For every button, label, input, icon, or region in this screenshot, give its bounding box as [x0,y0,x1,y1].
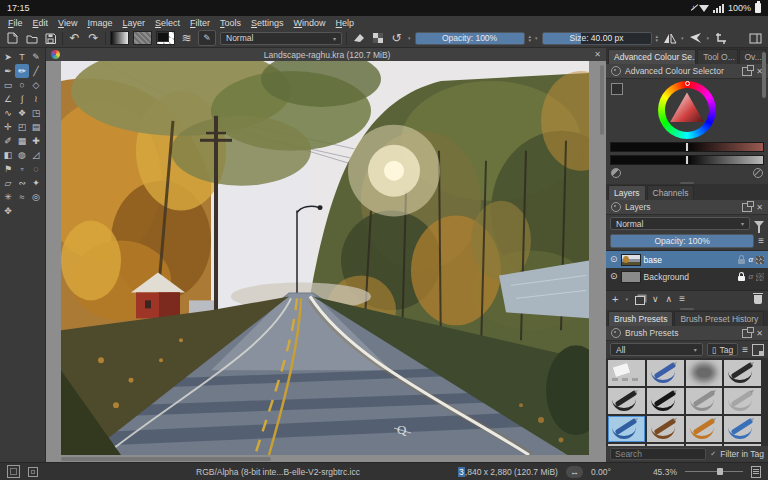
transform-tool[interactable]: ◳ [29,106,43,120]
canvas-title-bar[interactable]: Landscape-raghu.kra (120.7 MiB) ✕ [46,48,606,62]
gradient-swatch[interactable] [110,31,129,45]
tab-layers[interactable]: Layers [608,185,646,200]
similar-select-tool[interactable]: ✦ [29,176,43,190]
brush-preset-ink-pen-blue[interactable] [647,360,684,386]
layer-properties-button[interactable]: ≡ [679,294,685,304]
color-slider-2[interactable] [610,155,764,165]
color-history-icon[interactable] [611,168,621,178]
brush-preset-brush-brown[interactable] [647,416,684,442]
tab-brush-preset-history[interactable]: Brush Preset History [674,311,764,326]
pan-tool[interactable]: ✥ [1,204,15,218]
brush-preset-brush-dark-brown[interactable] [686,444,723,446]
crop-tool[interactable]: ◰ [15,120,29,134]
menu-tools[interactable]: Tools [215,18,246,28]
measure-tool[interactable]: ◿ [29,148,43,162]
move-layer-up-button[interactable]: ∧ [666,294,673,304]
polygon-tool[interactable]: ◇ [29,78,43,92]
close-icon[interactable]: ✕ [756,329,763,338]
save-icon[interactable] [43,31,58,45]
rect-select-tool[interactable]: ▫ [15,162,29,176]
brush-settings-icon[interactable]: ≋ [179,31,194,45]
pattern-swatch[interactable] [133,31,152,45]
redo-icon[interactable]: ↷ [86,31,101,45]
visibility-eye-icon[interactable]: ⊙ [610,255,618,264]
layer-thumbnail[interactable] [621,254,641,266]
menu-window[interactable]: Window [289,18,331,28]
brush-preset-airbrush-soft[interactable] [686,360,723,386]
chevron-down-icon[interactable]: ▾ [408,35,411,41]
color-slider-1[interactable] [610,142,764,152]
menu-edit[interactable]: Edit [28,18,54,28]
eraser-icon[interactable] [351,31,366,45]
brush-size-slider[interactable]: Size: 40.00 px [542,32,652,45]
tab-tool-options[interactable]: Tool O... [697,49,737,64]
freehand-brush-tool[interactable]: ✏ [15,64,29,78]
gradient-tool[interactable]: ▤ [29,120,43,134]
brush-preset-pen-blue-2[interactable] [647,444,684,446]
duplicate-layer-button[interactable] [635,296,645,305]
brush-preset-marker-chisel[interactable] [686,388,723,414]
color-triangle[interactable] [667,90,707,130]
bezier-curve-tool[interactable]: ∫ [15,92,29,106]
clear-color-icon[interactable] [753,168,763,178]
ellipse-select-tool[interactable]: ◌ [29,162,43,176]
brush-preset-charcoal[interactable] [608,388,645,414]
color-settings-icon[interactable] [611,83,623,95]
reload-brush-icon[interactable]: ↺ [389,31,404,45]
move-tool[interactable]: ✛ [1,120,15,134]
dynamic-brush-tool[interactable]: ∿ [1,106,15,120]
layers-header[interactable]: Layers ✕ [606,200,768,215]
inherit-alpha-icon[interactable] [756,256,764,264]
reference-images-tool[interactable]: ⚑ [1,162,15,176]
color-sampler-tool[interactable]: ✐ [1,134,15,148]
edit-brush-settings-icon[interactable]: ✎ [198,30,216,46]
enclose-fill-tool[interactable]: ◍ [15,148,29,162]
trim-to-image-icon[interactable] [713,31,728,45]
layer-thumbnail[interactable] [621,271,641,283]
inherit-alpha-icon[interactable] [756,273,764,281]
brush-preset-marker-soft[interactable] [724,388,761,414]
menu-layer[interactable]: Layer [117,18,150,28]
pattern-edit-tool[interactable]: ▦ [15,134,29,148]
layer-filter-icon[interactable] [754,221,764,227]
preset-search-input[interactable]: Search [610,448,706,460]
preserve-alpha-icon[interactable] [370,31,385,45]
canvas-painting[interactable]: Q [61,61,589,455]
brush-preset-brush-black[interactable] [647,388,684,414]
polygonal-select-tool[interactable]: ▱ [1,176,15,190]
fit-page-icon[interactable] [751,466,761,478]
image-dimensions[interactable]: 3,840 x 2,880 (120.7 MiB) [458,467,558,477]
layer-name[interactable]: base [644,255,736,265]
float-docker-icon[interactable] [742,203,752,212]
layer-row-background[interactable]: ⊙ Background α [606,268,768,285]
tab-brush-presets[interactable]: Brush Presets [608,311,673,326]
undo-icon[interactable]: ↶ [67,31,82,45]
resize-canvas-icon[interactable]: ↔ [566,466,583,478]
menu-file[interactable]: File [3,18,28,28]
move-layer-down-button[interactable]: ∨ [652,294,659,304]
brush-preset-pen-blue[interactable] [608,416,645,442]
zoom-level[interactable]: 45.3% [653,467,677,477]
layer-row-base[interactable]: ⊙ base α [606,251,768,268]
alpha-lock-icon[interactable]: α [748,255,753,264]
new-document-icon[interactable] [5,31,20,45]
float-docker-icon[interactable] [742,67,752,76]
menu-help[interactable]: Help [331,18,360,28]
bezier-select-tool[interactable]: ≈ [15,190,29,204]
menu-filter[interactable]: Filter [185,18,215,28]
chevron-down-icon[interactable]: ▾ [535,35,538,41]
tag-filter-dropdown[interactable]: All ▾ [610,343,703,356]
calligraphy-tool[interactable]: ✒ [1,64,15,78]
smart-patch-tool[interactable]: ✚ [29,134,43,148]
fill-tool[interactable]: ◧ [1,148,15,162]
brush-preset-pencil-blue[interactable] [724,416,761,442]
brush-preset-pencil-orange[interactable] [686,416,723,442]
multibrush-tool[interactable]: ❖ [15,106,29,120]
tab-channels[interactable]: Channels [647,185,695,200]
alpha-lock-icon[interactable]: α [748,272,753,281]
view-mode-icon[interactable] [28,467,38,477]
brush-presets-header[interactable]: Brush Presets ✕ [606,326,768,341]
workspace-chooser-icon[interactable] [748,31,763,45]
preset-grid-scrollbar[interactable] [762,52,766,98]
lock-closed-icon[interactable] [738,276,745,281]
